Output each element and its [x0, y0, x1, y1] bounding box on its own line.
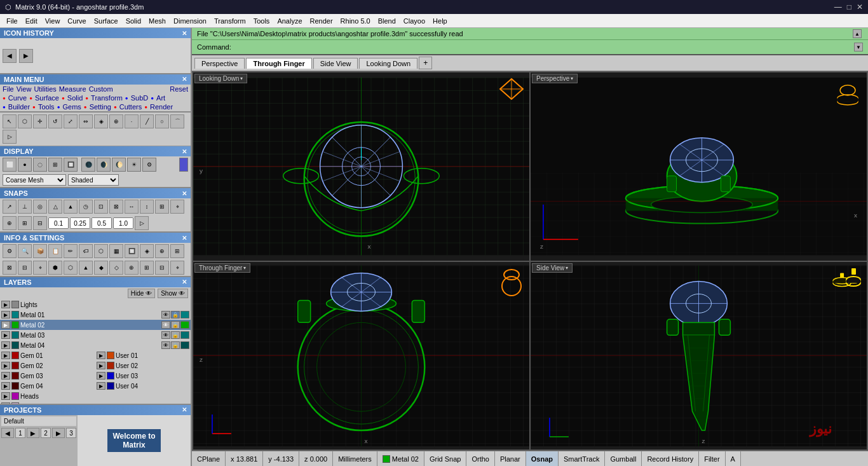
menu-link-subd[interactable]: SubD: [131, 94, 149, 102]
snap-btn5[interactable]: ▲: [64, 200, 78, 214]
close-button[interactable]: ✕: [857, 3, 863, 11]
layer-expand-metal01[interactable]: ▶: [1, 311, 10, 319]
menu-clayoo[interactable]: Clayoo: [400, 16, 429, 26]
layer-expand-gem04[interactable]: ▶: [1, 382, 10, 390]
info-btn12[interactable]: ⊞: [170, 244, 184, 258]
snap-btn11[interactable]: ⊞: [155, 200, 169, 214]
tab-through-finger[interactable]: Through Finger: [246, 58, 311, 69]
menu-tools[interactable]: Tools: [250, 16, 274, 26]
menu-link-art[interactable]: Art: [156, 94, 165, 102]
display-btn10[interactable]: ⚙: [142, 158, 156, 172]
menu-link-measure[interactable]: Measure: [59, 85, 86, 93]
tool-lasso[interactable]: ⬡: [18, 114, 32, 128]
info-btn23[interactable]: ⊟: [155, 261, 169, 275]
gumball-btn[interactable]: Gumball: [605, 451, 642, 466]
tool-select[interactable]: ↖: [3, 114, 17, 128]
snap-input3[interactable]: [92, 217, 112, 229]
tool-arc[interactable]: ⌒: [170, 114, 184, 128]
layer-vis-metal02[interactable]: 👁: [161, 321, 170, 329]
menu-link-gems[interactable]: Gems: [62, 103, 81, 111]
menu-link-surface[interactable]: Surface: [35, 94, 59, 102]
tool-move[interactable]: ✛: [33, 114, 47, 128]
info-btn17[interactable]: ⬡: [64, 261, 78, 275]
display-btn1[interactable]: ⬜: [3, 158, 17, 172]
projects-close[interactable]: ✕: [182, 406, 187, 414]
shading-select[interactable]: Shaded: [68, 174, 119, 186]
menu-rhino[interactable]: Rhino 5.0: [337, 16, 374, 26]
display-btn7[interactable]: 🌒: [97, 158, 111, 172]
record-history-btn[interactable]: Record History: [642, 451, 699, 466]
layers-close[interactable]: ✕: [182, 278, 187, 286]
filter-btn[interactable]: Filter: [699, 451, 725, 466]
snap-btn6[interactable]: ◷: [79, 200, 93, 214]
layer-expand-user01[interactable]: ▶: [97, 352, 105, 359]
viewport-through-finger[interactable]: Through Finger: [193, 262, 529, 450]
info-btn11[interactable]: ⊕: [155, 244, 169, 258]
menu-edit[interactable]: Edit: [22, 16, 41, 26]
tool-circle[interactable]: ○: [155, 114, 169, 128]
vp-label-perspective[interactable]: Perspective: [532, 74, 578, 83]
command-input[interactable]: [234, 41, 851, 53]
smart-track-btn[interactable]: SmartTrack: [559, 451, 605, 466]
osnap-btn[interactable]: Osnap: [526, 451, 559, 466]
tab-add[interactable]: +: [419, 57, 432, 69]
layer-expand-metal04[interactable]: ▶: [1, 341, 10, 349]
ortho-btn[interactable]: Ortho: [466, 451, 495, 466]
layer-expand-user04[interactable]: ▶: [97, 382, 105, 390]
tool-extra[interactable]: ▷: [3, 130, 17, 144]
menu-link-render[interactable]: Render: [150, 103, 173, 111]
minimize-button[interactable]: —: [834, 3, 842, 11]
snaps-close[interactable]: ✕: [182, 190, 187, 197]
snap-btn1[interactable]: ↗: [3, 200, 17, 214]
menu-solid[interactable]: Solid: [122, 16, 145, 26]
snap-input2[interactable]: [70, 217, 90, 229]
layer-color-pick-metal03[interactable]: [180, 331, 189, 339]
layer-vis-metal04[interactable]: 👁: [161, 341, 170, 349]
menu-link-solid[interactable]: Solid: [67, 94, 83, 102]
snap-btn4[interactable]: △: [48, 200, 62, 214]
menu-help[interactable]: Help: [429, 16, 451, 26]
projects-prev[interactable]: ◀: [1, 428, 14, 438]
tool-scale[interactable]: ⤢: [64, 114, 78, 128]
menu-link-builder[interactable]: Builder: [8, 103, 30, 111]
info-btn13[interactable]: ⊠: [3, 261, 17, 275]
menu-surface[interactable]: Surface: [90, 16, 122, 26]
main-menu-close[interactable]: ✕: [182, 76, 187, 83]
menu-link-tools[interactable]: Tools: [38, 103, 55, 111]
menu-render[interactable]: Render: [306, 16, 337, 26]
menu-transform[interactable]: Transform: [210, 16, 250, 26]
menu-link-custom[interactable]: Custom: [89, 85, 113, 93]
info-btn14[interactable]: ⊟: [18, 261, 32, 275]
info-btn22[interactable]: ⊞: [140, 261, 154, 275]
info-btn6[interactable]: 🏷: [79, 244, 93, 258]
snap-btn7[interactable]: ⊡: [94, 200, 108, 214]
info-btn3[interactable]: 📦: [33, 244, 47, 258]
info-btn4[interactable]: 📋: [48, 244, 62, 258]
layer-lock-metal02[interactable]: 🔒: [171, 321, 180, 329]
menu-view[interactable]: View: [41, 16, 64, 26]
projects-tab3[interactable]: 3: [66, 428, 76, 438]
display-btn2[interactable]: ●: [18, 158, 32, 172]
tab-side-view[interactable]: Side View: [313, 58, 358, 69]
projects-tab1[interactable]: 1: [15, 428, 25, 438]
tool-point[interactable]: ·: [125, 114, 139, 128]
info-btn24[interactable]: ⌖: [170, 261, 184, 275]
hide-btn[interactable]: Hide 👁: [128, 289, 155, 298]
menu-link-view[interactable]: View: [17, 85, 32, 93]
menu-link-setting[interactable]: Setting: [90, 103, 111, 111]
menu-file[interactable]: File: [3, 16, 22, 26]
snap-btn12[interactable]: ⌖: [170, 200, 184, 214]
layer-expand-metal02[interactable]: ▶: [1, 321, 10, 329]
tool-line[interactable]: ╱: [140, 114, 154, 128]
menu-link-file[interactable]: File: [3, 85, 14, 93]
snap-input4[interactable]: [113, 217, 133, 229]
nav-back[interactable]: ◀: [3, 49, 17, 63]
vp-label-looking-down[interactable]: Looking Down: [194, 74, 247, 83]
layer-lock-metal01[interactable]: 🔒: [171, 311, 180, 319]
menu-mesh[interactable]: Mesh: [145, 16, 170, 26]
layer-expand-metal03[interactable]: ▶: [1, 331, 10, 339]
snap-num3[interactable]: ⊟: [33, 216, 47, 230]
layer-vis-metal01[interactable]: 👁: [161, 311, 170, 319]
snap-num2[interactable]: ⊞: [18, 216, 32, 230]
menu-link-curve[interactable]: Curve: [8, 94, 27, 102]
